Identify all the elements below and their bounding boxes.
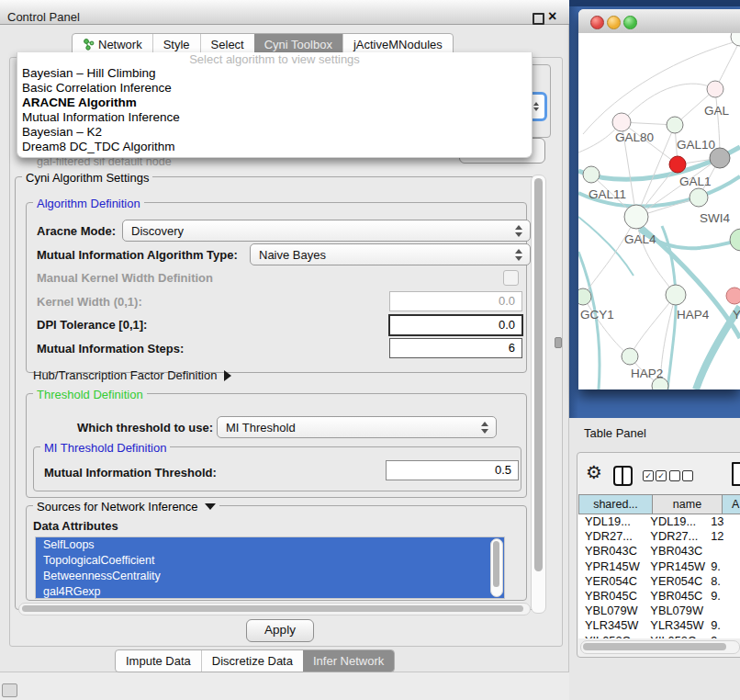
algorithm-option[interactable]: Bayesian – Hill Climbing	[17, 66, 532, 81]
manual-kernel-checkbox[interactable]	[503, 270, 519, 286]
edge	[583, 297, 630, 356]
table-rows: YDL19...YDL19...13 YDR27...YDR27...12 YB…	[578, 514, 740, 638]
algorithm-dropdown-popup: Select algorithm to view settings Bayesi…	[17, 52, 533, 158]
tab-impute-data[interactable]: Impute Data	[116, 650, 201, 672]
scrollbar-thumb[interactable]	[493, 541, 499, 587]
unchecked-box-icon[interactable]	[669, 470, 680, 481]
data-attributes-list[interactable]: SelfLoops TopologicalCoefficient Between…	[35, 536, 505, 599]
scrollbar-thumb[interactable]	[583, 643, 726, 650]
node[interactable]	[731, 33, 740, 46]
which-threshold-combobox[interactable]: MI Threshold	[217, 416, 497, 438]
manual-kernel-label: Manual Kernel Width Definition	[37, 271, 213, 285]
network-view-window: GAL GAL80 GAL10 GAL1 GAL11 SWI4 GAL4 GCY…	[578, 9, 740, 390]
node-label: GAL	[704, 104, 730, 118]
mi-threshold-label: Mutual Information Threshold:	[44, 466, 217, 480]
node-label: GCY1	[580, 308, 614, 322]
close-icon[interactable]: ×	[548, 8, 556, 25]
tab-infer-network[interactable]: Infer Network	[303, 650, 394, 672]
table-row[interactable]: YBR043CYBR043C	[578, 544, 740, 559]
table-panel-title: Table Panel	[584, 426, 646, 440]
network-window-titlebar[interactable]	[578, 9, 740, 34]
table-row[interactable]: YPR145WYPR145W9.	[578, 559, 740, 574]
algorithm-option[interactable]: Dream8 DC_TDC Algorithm	[17, 140, 532, 154]
expander-right-icon	[224, 370, 231, 381]
node-green[interactable]	[730, 229, 740, 251]
edge	[630, 295, 676, 356]
table-row[interactable]: YBR045CYBR045C9.	[578, 589, 740, 604]
node-HAP4[interactable]	[666, 285, 686, 305]
algorithm-option[interactable]: Mutual Information Inference	[17, 110, 532, 125]
node-GAL[interactable]	[707, 81, 723, 97]
zoom-traffic-light-icon[interactable]	[623, 16, 637, 29]
checked-box-icon[interactable]: ✓	[656, 470, 667, 481]
scrollbar-thumb[interactable]	[22, 605, 523, 612]
minimized-window-icon[interactable]	[2, 683, 17, 697]
document-icon[interactable]	[732, 462, 740, 486]
sources-group-title[interactable]: Sources for Network Inference	[33, 500, 219, 514]
node-Y[interactable]	[726, 288, 740, 304]
screen: { "colors": { "accent_blue_label": "#222…	[0, 0, 740, 700]
kernel-width-field[interactable]: 0.0	[389, 291, 522, 311]
attribute-item-selected[interactable]: gal4RGexp	[36, 584, 504, 599]
node-HAP2[interactable]	[622, 348, 638, 365]
node-GAL1[interactable]	[669, 156, 686, 173]
settings-group-title: Cyni Algorithm Settings	[22, 171, 152, 185]
node-GAL11[interactable]	[583, 166, 600, 183]
settings-vertical-scrollbar[interactable]	[531, 175, 546, 614]
node-GCY1[interactable]	[578, 288, 591, 305]
attribute-item-selected[interactable]: TopologicalCoefficient	[36, 553, 504, 569]
algorithm-option[interactable]: Bayesian – K2	[17, 125, 532, 140]
attribute-item-selected[interactable]: BetweennessCentrality	[36, 569, 504, 584]
algorithm-option[interactable]: Basic Correlation Inference	[17, 81, 532, 96]
node-GAL80[interactable]	[612, 113, 631, 131]
node-label: SWI4	[700, 211, 730, 225]
gear-icon[interactable]: ⚙	[586, 462, 602, 482]
table-row[interactable]: YBL079WYBL079W	[578, 604, 740, 618]
float-window-icon[interactable]	[533, 13, 544, 25]
aracne-mode-combobox[interactable]: Discovery	[122, 220, 531, 242]
table-row[interactable]: YER054CYER054C8.	[578, 574, 740, 589]
mi-type-combobox[interactable]: Naive Bayes	[250, 243, 531, 265]
threshold-definition-title: Threshold Definition	[33, 388, 147, 401]
column-header-shared-name[interactable]: shared...	[578, 494, 653, 514]
table-row[interactable]: YIL052CYIL052C9.	[578, 634, 740, 639]
algorithm-option-selected[interactable]: ARACNE Algorithm	[17, 96, 532, 110]
dpi-tolerance-field[interactable]: 0.0	[388, 314, 523, 336]
column-view-icon[interactable]	[613, 466, 633, 486]
network-canvas[interactable]: GAL GAL80 GAL10 GAL1 GAL11 SWI4 GAL4 GCY…	[578, 33, 740, 390]
checked-box-icon[interactable]: ✓	[643, 470, 654, 481]
mi-type-label: Mutual Information Algorithm Type:	[37, 248, 238, 262]
node-label: GAL11	[589, 187, 626, 201]
unchecked-box-icon[interactable]	[682, 470, 693, 481]
column-header-name[interactable]: name	[652, 494, 723, 514]
table-horizontal-scrollbar[interactable]	[580, 640, 740, 654]
apply-button[interactable]: Apply	[246, 619, 314, 642]
control-panel-title: Control Panel	[7, 10, 80, 24]
column-header-clipped[interactable]: A	[722, 494, 740, 514]
network-graph: GAL GAL80 GAL10 GAL1 GAL11 SWI4 GAL4 GCY…	[578, 33, 740, 390]
scrollbar-thumb[interactable]	[534, 178, 543, 571]
settings-horizontal-scrollbar[interactable]	[18, 603, 531, 615]
node-label: HAP2	[631, 367, 663, 380]
mi-steps-label: Mutual Information Steps:	[37, 342, 184, 356]
close-traffic-light-icon[interactable]	[590, 16, 604, 29]
hub-definition-expander[interactable]: Hub/Transcription Factor Definition	[33, 368, 231, 382]
attribute-item-selected[interactable]: SelfLoops	[36, 537, 504, 553]
mi-threshold-group-title: MI Threshold Definition	[40, 441, 170, 455]
node-label: Y	[733, 308, 740, 322]
edge	[583, 217, 636, 297]
node-GAL10[interactable]	[667, 117, 683, 133]
mi-threshold-field[interactable]: 0.5	[386, 460, 519, 480]
minimize-traffic-light-icon[interactable]	[607, 16, 621, 29]
table-row[interactable]: YLR345WYLR345W9.	[578, 618, 740, 633]
tab-discretize-data[interactable]: Discretize Data	[201, 650, 303, 672]
dpi-tolerance-label: DPI Tolerance [0,1]:	[37, 318, 147, 332]
panel-splitter-handle[interactable]	[555, 337, 562, 348]
node-SWI4[interactable]	[690, 188, 708, 207]
mi-steps-field[interactable]: 6	[389, 338, 522, 358]
table-row[interactable]: YDR27...YDR27...12	[578, 529, 740, 544]
table-row[interactable]: YDL19...YDL19...13	[578, 514, 740, 529]
attribute-list-vertical-scrollbar[interactable]	[490, 538, 503, 597]
node-label: GAL10	[677, 138, 715, 152]
node-GAL4[interactable]	[624, 205, 648, 229]
